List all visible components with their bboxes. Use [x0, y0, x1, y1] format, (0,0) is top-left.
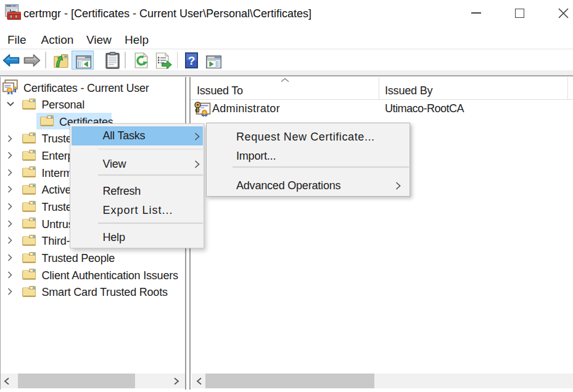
svg-text:?: ? [188, 54, 196, 67]
